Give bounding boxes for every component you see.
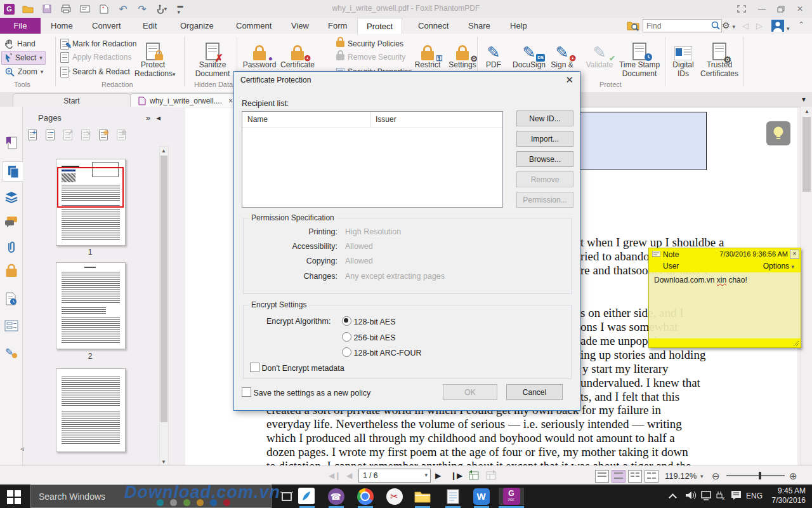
permission-button[interactable]: Permission... bbox=[516, 192, 573, 208]
zoom-in-thumbnails-icon[interactable]: + bbox=[28, 130, 37, 143]
network-icon[interactable] bbox=[701, 491, 712, 502]
sticky-note[interactable]: Note 7/30/2016 9:36:56 AM × User Options… bbox=[648, 248, 801, 348]
foxit-taskbar-icon[interactable]: GPDF bbox=[499, 488, 524, 505]
viber-icon[interactable]: ☎ bbox=[327, 488, 344, 505]
signatures-panel-icon[interactable]: ✎ bbox=[3, 343, 20, 362]
scroll-down-icon[interactable]: ▼ bbox=[161, 459, 166, 465]
notepad-icon[interactable] bbox=[444, 488, 461, 505]
facing-view-icon[interactable] bbox=[628, 470, 642, 483]
move-page-down-icon[interactable]: ↘ bbox=[81, 130, 90, 143]
start-button[interactable] bbox=[5, 488, 22, 505]
tab-connect[interactable]: Connect bbox=[409, 18, 457, 34]
collapse-panel-icon[interactable]: ◂ bbox=[156, 113, 160, 123]
insert-page-icon[interactable]: ⊕ bbox=[99, 130, 108, 143]
password-protect-button[interactable]: ● Password bbox=[241, 36, 278, 69]
import-button[interactable]: Import... bbox=[516, 131, 573, 147]
ok-button[interactable]: OK bbox=[443, 384, 497, 400]
tab-convert[interactable]: Convert bbox=[83, 18, 130, 34]
search-and-redact-button[interactable]: Search & Redact bbox=[60, 65, 130, 78]
expand-panel-icon[interactable]: » bbox=[146, 113, 150, 123]
design-app-icon[interactable] bbox=[298, 488, 315, 504]
tab-form[interactable]: Form bbox=[319, 18, 356, 34]
collapse-ribbon-icon[interactable]: ⌃ bbox=[798, 20, 804, 29]
volume-icon[interactable] bbox=[685, 490, 697, 502]
remove-security-button[interactable]: Remove Security bbox=[336, 51, 405, 64]
column-name[interactable]: Name bbox=[247, 115, 268, 124]
tab-protect[interactable]: Protect bbox=[357, 18, 402, 34]
security-settings-button[interactable]: ⚙ Settings bbox=[444, 36, 481, 69]
close-icon[interactable]: ✕ bbox=[790, 4, 809, 14]
continuous-view-icon[interactable] bbox=[612, 470, 625, 483]
page-thumbnail-3[interactable] bbox=[56, 368, 126, 452]
page-thumbnail-2[interactable] bbox=[56, 262, 126, 349]
zoom-dropdown-icon[interactable]: ▾ bbox=[700, 473, 704, 479]
file-explorer-icon[interactable] bbox=[414, 488, 431, 505]
fields-panel-icon[interactable] bbox=[3, 316, 20, 335]
zoom-out-icon[interactable]: ⊖ bbox=[712, 471, 720, 482]
select-tool-button[interactable]: Select▾ bbox=[1, 51, 46, 65]
comment-box[interactable] bbox=[565, 112, 707, 170]
remove-button[interactable]: Remove bbox=[516, 171, 573, 187]
docusign-button[interactable]: ✎DS DocuSign bbox=[511, 36, 547, 69]
zoom-level[interactable]: 119.12% bbox=[665, 471, 697, 481]
last-page-icon[interactable]: ❙▶ bbox=[450, 471, 462, 480]
continuous-facing-view-icon[interactable] bbox=[645, 470, 658, 483]
find-input[interactable] bbox=[643, 19, 722, 32]
note-options-button[interactable]: Options ▾ bbox=[763, 262, 794, 271]
zoom-in-icon[interactable]: ⊕ bbox=[789, 471, 797, 482]
comments-panel-icon[interactable] bbox=[3, 212, 20, 231]
browse-button[interactable]: Browse... bbox=[516, 151, 573, 167]
note-close-icon[interactable]: × bbox=[790, 250, 799, 259]
pdf-sign-button[interactable]: ✎ PDF bbox=[480, 36, 508, 69]
current-view-rect[interactable] bbox=[57, 167, 124, 208]
single-page-view-icon[interactable] bbox=[595, 470, 609, 483]
validate-button[interactable]: ✎✔ Validate bbox=[581, 36, 618, 69]
cancel-button[interactable]: Cancel bbox=[506, 384, 563, 400]
tab-file[interactable]: File bbox=[0, 18, 41, 34]
tab-share[interactable]: Share bbox=[459, 18, 499, 34]
scrollbar-thumb[interactable] bbox=[802, 117, 811, 192]
zoom-slider[interactable] bbox=[726, 475, 785, 476]
previous-page-icon[interactable]: ◀ bbox=[346, 471, 352, 480]
chrome-icon[interactable] bbox=[357, 488, 374, 505]
task-view-icon[interactable] bbox=[278, 488, 295, 505]
new-id-button[interactable]: New ID... bbox=[516, 110, 573, 126]
move-page-up-icon[interactable]: ↗ bbox=[63, 130, 72, 143]
find-next-icon[interactable]: ▷ bbox=[756, 21, 763, 30]
tab-view[interactable]: View bbox=[282, 18, 318, 34]
time-stamp-button[interactable]: Time Stamp Document bbox=[619, 36, 660, 78]
zoom-tool-button[interactable]: Zoom▾ bbox=[5, 65, 43, 78]
tab-organize[interactable]: Organize bbox=[171, 18, 223, 34]
security-panel-icon[interactable] bbox=[3, 263, 20, 282]
next-view-icon[interactable] bbox=[485, 470, 497, 483]
radio-128-aes[interactable]: 128-bit AES bbox=[342, 316, 396, 326]
certificate-protect-button[interactable]: ❂ Certificate bbox=[279, 36, 316, 69]
tab-list-dropdown-icon[interactable]: ▼ bbox=[801, 96, 807, 103]
minimize-icon[interactable]: — bbox=[752, 4, 771, 14]
page-thumbnail-1[interactable] bbox=[56, 159, 126, 246]
panel-collapse-chevron-icon[interactable]: ◃ bbox=[20, 444, 24, 453]
scroll-up-icon[interactable]: ▲ bbox=[804, 109, 809, 114]
scrollbar-thumb[interactable] bbox=[160, 156, 167, 422]
zoom-out-thumbnails-icon[interactable]: − bbox=[46, 130, 55, 143]
layers-panel-icon[interactable] bbox=[3, 188, 20, 207]
scroll-up-icon[interactable]: ▲ bbox=[161, 148, 166, 154]
next-page-icon[interactable]: ▶ bbox=[435, 471, 441, 480]
word-app-icon[interactable]: W bbox=[473, 488, 490, 505]
sanitize-document-button[interactable]: ✗ Sanitize Document bbox=[194, 36, 231, 78]
column-issuer[interactable]: Issuer bbox=[376, 115, 396, 124]
apply-redactions-button[interactable]: ✔ Apply Redactions bbox=[60, 51, 131, 64]
dont-encrypt-metadata-checkbox[interactable]: Don't Encrypt metadata bbox=[250, 363, 344, 373]
thumbnails-scrollbar[interactable]: ▲ ▼ bbox=[159, 146, 169, 467]
security-policies-button[interactable]: Security Policies bbox=[336, 37, 403, 50]
document-scrollbar[interactable]: ▲ bbox=[801, 107, 812, 465]
pages-panel-icon[interactable] bbox=[3, 161, 23, 182]
lightbulb-note-icon[interactable] bbox=[766, 121, 790, 145]
tab-help[interactable]: Help bbox=[501, 18, 536, 34]
tray-expand-icon[interactable] bbox=[670, 493, 676, 502]
restore-icon[interactable] bbox=[771, 4, 790, 14]
tab-comment[interactable]: Comment bbox=[227, 18, 280, 34]
note-body[interactable]: Download.com.vn xin chào! bbox=[649, 272, 801, 338]
language-indicator[interactable]: ENG bbox=[746, 491, 763, 500]
digital-ids-button[interactable]: Digital IDs bbox=[665, 36, 702, 78]
